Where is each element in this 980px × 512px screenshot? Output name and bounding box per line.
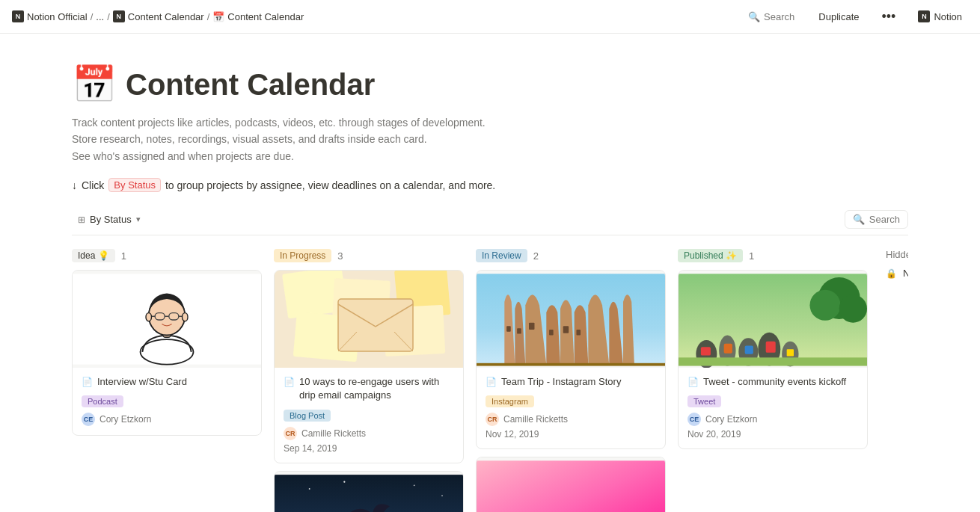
pink-illustration bbox=[477, 457, 665, 512]
breadcrumb-sep1: / bbox=[91, 11, 94, 22]
no-status-label: No Status bbox=[903, 268, 908, 279]
hidden-columns-section: Hidden columns 🔒 No Status 1 bbox=[880, 249, 908, 512]
card-stu-body: 📄 Interview w/Stu Card Podcast CE Cory E… bbox=[73, 368, 261, 435]
duplicate-button[interactable]: Duplicate bbox=[812, 8, 865, 25]
breadcrumb: N Notion Official / ... / N Content Cale… bbox=[12, 10, 304, 22]
svg-point-22 bbox=[414, 484, 415, 486]
column-idea-count: 1 bbox=[121, 250, 126, 262]
by-status-button[interactable]: ⊞ By Status ▾ bbox=[72, 211, 147, 228]
more-options-button[interactable]: ••• bbox=[878, 6, 901, 28]
card-bird[interactable] bbox=[274, 471, 464, 512]
svg-point-10 bbox=[183, 313, 188, 321]
chevron-down-icon: ▾ bbox=[136, 215, 141, 224]
topbar-actions: 🔍 Search Duplicate ••• N Notion bbox=[742, 6, 968, 28]
card-email-body: 📄 10 ways to re-engage users with drip e… bbox=[275, 368, 463, 462]
card-teamtrip-title: 📄 Team Trip - Instagram Story bbox=[486, 375, 656, 389]
notion-profile-icon: N bbox=[918, 10, 930, 22]
bird-illustration bbox=[275, 472, 463, 512]
card-stu[interactable]: 📄 Interview w/Stu Card Podcast CE Cory E… bbox=[72, 270, 262, 436]
page-title-icon: 📅 bbox=[72, 64, 117, 105]
status-badge-inreview: In Review bbox=[476, 249, 527, 262]
svg-rect-19 bbox=[275, 475, 463, 512]
column-inreview-header: In Review 2 bbox=[476, 249, 666, 262]
card-email[interactable]: 📄 10 ways to re-engage users with drip e… bbox=[274, 270, 464, 463]
envelope-bg bbox=[275, 271, 463, 368]
hidden-columns-header: Hidden columns bbox=[886, 249, 908, 260]
column-inprogress: In Progress 3 bbox=[274, 249, 476, 512]
topbar-search-button[interactable]: 🔍 Search bbox=[742, 8, 800, 25]
doc-icon: 📄 bbox=[82, 376, 93, 389]
breadcrumb-cc-label: Content Calendar bbox=[128, 11, 204, 22]
card-pink[interactable] bbox=[476, 457, 666, 512]
envelope-illustration bbox=[275, 271, 463, 368]
notion-profile-button[interactable]: N Notion bbox=[912, 7, 968, 25]
svg-rect-29 bbox=[563, 327, 569, 333]
svg-rect-25 bbox=[506, 327, 511, 332]
card-tweet-date: Nov 20, 2019 bbox=[687, 429, 741, 439]
stu-illustration bbox=[73, 271, 261, 368]
group-icon: ⊞ bbox=[78, 215, 85, 225]
card-teamtrip-body: 📄 Team Trip - Instagram Story Instagram … bbox=[477, 368, 665, 448]
architecture-illustration bbox=[477, 271, 665, 368]
svg-rect-42 bbox=[701, 348, 711, 356]
svg-point-23 bbox=[441, 495, 442, 496]
card-tweet-author: Cory Etzkorn bbox=[705, 414, 757, 425]
breadcrumb-workspace-label: Notion Official bbox=[27, 11, 88, 22]
svg-rect-27 bbox=[529, 323, 534, 330]
more-icon: ••• bbox=[882, 9, 896, 24]
card-teamtrip-tag: Instagram bbox=[486, 395, 534, 407]
svg-rect-47 bbox=[679, 358, 867, 366]
page-description: Track content projects like articles, po… bbox=[72, 114, 908, 164]
svg-rect-46 bbox=[787, 349, 794, 356]
search-icon: 🔍 bbox=[748, 11, 760, 22]
column-published-header: Published ✨ 1 bbox=[678, 249, 868, 262]
card-email-image bbox=[275, 271, 463, 368]
topbar: N Notion Official / ... / N Content Cale… bbox=[0, 0, 980, 34]
card-email-date: Sep 14, 2019 bbox=[284, 443, 337, 454]
card-email-date-row: Sep 14, 2019 bbox=[284, 443, 454, 454]
card-email-author: Camille Ricketts bbox=[301, 428, 366, 439]
svg-rect-43 bbox=[724, 344, 732, 354]
breadcrumb-current[interactable]: 📅 Content Calendar bbox=[212, 10, 304, 22]
card-tweet-body: 📄 Tweet - community events kickoff Tweet… bbox=[679, 368, 867, 448]
status-badge-inprogress: In Progress bbox=[274, 249, 331, 262]
card-tweet-title: 📄 Tweet - community events kickoff bbox=[687, 375, 858, 389]
toolbar-search-placeholder: Search bbox=[869, 214, 900, 225]
svg-rect-45 bbox=[766, 342, 776, 353]
svg-rect-30 bbox=[576, 330, 581, 335]
breadcrumb-cc-icon: N bbox=[113, 10, 125, 22]
card-email-tag: Blog Post bbox=[284, 410, 331, 422]
card-teamtrip-author: Camille Ricketts bbox=[503, 414, 568, 425]
card-bird-image bbox=[275, 472, 463, 512]
svg-point-35 bbox=[809, 290, 840, 321]
card-email-title-text: 10 ways to re-engage users with drip ema… bbox=[299, 375, 454, 402]
column-published-count: 1 bbox=[749, 250, 754, 262]
hint-text-after: to group projects by assignee, view dead… bbox=[165, 179, 495, 191]
hidden-columns-label: Hidden columns bbox=[886, 249, 908, 260]
page-title-row: 📅 Content Calendar bbox=[72, 64, 908, 105]
svg-rect-26 bbox=[517, 328, 521, 333]
card-tweet[interactable]: 📄 Tweet - community events kickoff Tweet… bbox=[678, 270, 868, 449]
toolbar-row: ⊞ By Status ▾ 🔍 Search bbox=[72, 210, 908, 235]
breadcrumb-ellipsis-label: ... bbox=[96, 11, 104, 22]
card-teamtrip[interactable]: 📄 Team Trip - Instagram Story Instagram … bbox=[476, 270, 666, 449]
column-inprogress-count: 3 bbox=[337, 250, 343, 262]
duplicate-label: Duplicate bbox=[818, 11, 859, 22]
breadcrumb-ellipsis[interactable]: ... bbox=[96, 11, 104, 22]
festival-illustration bbox=[679, 271, 867, 368]
svg-point-9 bbox=[146, 313, 151, 321]
hint-text-before: Click bbox=[82, 179, 104, 191]
group-by-label: By Status bbox=[90, 214, 132, 225]
hint-badge[interactable]: By Status bbox=[108, 178, 161, 192]
board-area: Idea 💡 1 bbox=[72, 249, 908, 512]
column-published: Published ✨ 1 bbox=[678, 249, 880, 512]
breadcrumb-content-calendar[interactable]: N Content Calendar bbox=[113, 10, 204, 22]
svg-rect-32 bbox=[477, 461, 665, 512]
card-email-meta: CR Camille Ricketts bbox=[284, 427, 454, 440]
toolbar-search-box[interactable]: 🔍 Search bbox=[845, 210, 908, 229]
card-pink-image bbox=[477, 457, 665, 512]
card-tweet-meta: CE Cory Etzkorn bbox=[687, 413, 858, 426]
breadcrumb-sep3: / bbox=[207, 11, 210, 22]
column-idea: Idea 💡 1 bbox=[72, 249, 274, 512]
breadcrumb-workspace[interactable]: N Notion Official bbox=[12, 10, 88, 22]
